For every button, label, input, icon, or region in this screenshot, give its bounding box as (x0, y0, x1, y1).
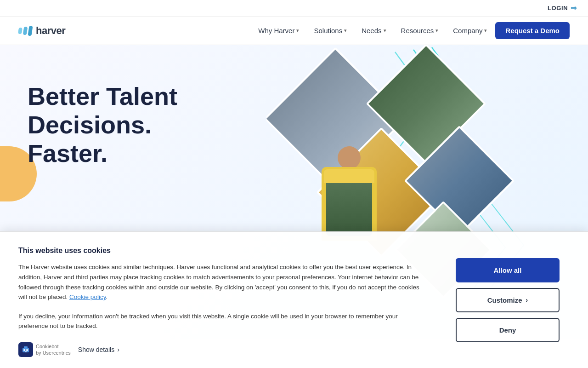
deny-button[interactable]: Deny (456, 318, 560, 342)
nav-item-needs[interactable]: Needs ▾ (355, 23, 392, 38)
cookie-policy-link[interactable]: Cookie policy (69, 293, 106, 300)
nav-item-resources[interactable]: Resources ▾ (395, 23, 445, 38)
request-demo-button[interactable]: Request a Demo (495, 22, 570, 39)
cookiebot-logo[interactable]: Cookiebot by Usercentrics (18, 342, 71, 357)
customize-button[interactable]: Customize › (456, 288, 560, 312)
logo-waves-icon (18, 26, 32, 36)
hero-title: Better Talent Decisions. Faster. (28, 82, 177, 167)
cookiebot-robot-icon (21, 345, 30, 354)
logo-text: harver (36, 25, 65, 37)
chevron-down-icon: ▾ (344, 28, 347, 34)
nav-logo[interactable]: harver (18, 25, 65, 37)
navbar: harver Why Harver ▾ Solutions ▾ Needs ▾ … (0, 17, 588, 45)
cookiebot-icon (18, 342, 33, 357)
chevron-down-icon: ▾ (484, 28, 487, 34)
nav-item-why-harver[interactable]: Why Harver ▾ (252, 23, 305, 38)
nav-links: Why Harver ▾ Solutions ▾ Needs ▾ Resourc… (252, 22, 570, 39)
cookie-right-panel: Allow all Customize › Deny (441, 232, 574, 368)
chevron-down-icon: ▾ (435, 28, 438, 34)
svg-rect-1 (24, 346, 28, 348)
cookie-footer: Cookiebot by Usercentrics Show details › (18, 342, 423, 357)
chevron-down-icon: ▾ (384, 28, 386, 34)
login-label: LOGIN (548, 5, 568, 12)
chevron-down-icon: ▾ (296, 28, 299, 34)
nav-item-solutions[interactable]: Solutions ▾ (307, 23, 353, 38)
cookie-title: This website uses cookies (18, 247, 423, 255)
chevron-right-icon: › (526, 296, 528, 304)
cookie-banner: This website uses cookies The Harver web… (0, 231, 588, 368)
login-link[interactable]: LOGIN ⇒ (548, 4, 577, 12)
cookie-left-panel: This website uses cookies The Harver web… (0, 232, 441, 368)
top-bar: LOGIN ⇒ (0, 0, 588, 17)
login-icon: ⇒ (571, 4, 577, 12)
hero-content: Better Talent Decisions. Faster. (28, 82, 177, 167)
svg-rect-4 (25, 351, 27, 352)
cookie-body-text: The Harver website uses cookies and simi… (18, 262, 423, 302)
svg-point-2 (23, 349, 25, 351)
show-details-button[interactable]: Show details › (78, 346, 119, 353)
cookiebot-label: Cookiebot by Usercentrics (36, 343, 71, 356)
nav-item-company[interactable]: Company ▾ (447, 23, 493, 38)
cookie-decline-text: If you decline, your information won't b… (18, 311, 423, 331)
svg-point-3 (26, 349, 28, 351)
chevron-right-icon: › (117, 346, 119, 353)
allow-all-button[interactable]: Allow all (456, 258, 560, 282)
